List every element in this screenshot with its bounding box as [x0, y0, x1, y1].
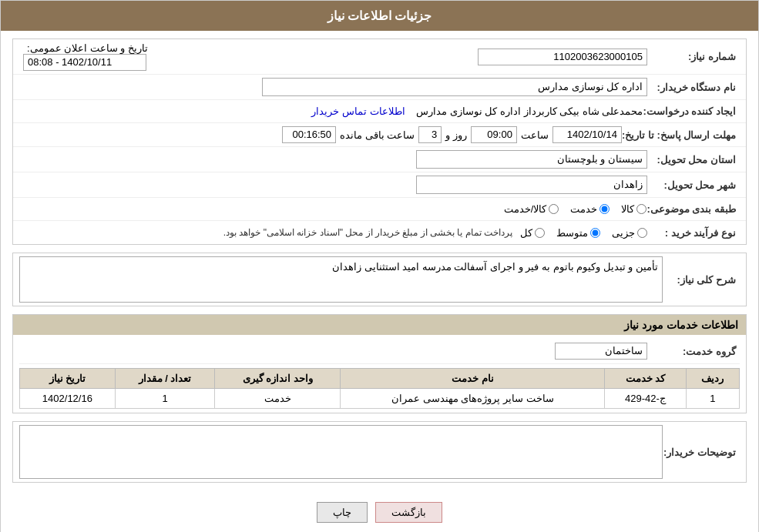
col-name: نام خدمت [341, 369, 605, 389]
nam-dastgah-label: نام دستگاه خریدار: [647, 82, 740, 93]
mohlat-row: مهلت ارسال پاسخ: تا تاریخ: 1402/10/14 سا… [13, 123, 746, 147]
nam-dastgah-row: نام دستگاه خریدار: اداره کل نوسازی مدارس [13, 75, 746, 100]
sharh-label: شرح کلی نیاز: [663, 274, 740, 286]
navoe-note: پرداخت تمام یا بخشی از مبلغ خریدار از مح… [223, 227, 512, 238]
sharh-textarea[interactable]: تأمین و تبدیل وکیوم باتوم به فیر و اجرای… [19, 256, 663, 303]
tabaqe-kala-khadamat: کالا/خدمت [504, 203, 559, 215]
col-tedad: تعداد / مقدار [115, 369, 214, 389]
mohlat-mande: 00:16:50 [282, 126, 336, 143]
sharh-value-area: تأمین و تبدیل وکیوم باتوم به فیر و اجرای… [19, 256, 663, 303]
tabaqe-kala-khadamat-label: کالا/خدمت [504, 203, 547, 215]
tozihat-row: توضیحات خریدار: [13, 422, 746, 482]
tarikh-value: 1402/10/11 - 08:08 [23, 54, 146, 71]
page-header: جزئیات اطلاعات نیاز [1, 1, 758, 31]
table-header-row: ردیف کد خدمت نام خدمت واحد اندازه گیری ت… [20, 369, 740, 389]
cell-tarikh: 1402/12/16 [20, 389, 116, 409]
shomara-row: شماره نیاز: 1102003623000105 تاریخ و ساع… [13, 39, 746, 75]
tabaqe-khadamat-label: خدمت [570, 203, 597, 215]
shomara-input: 1102003623000105 [478, 49, 647, 65]
ostan-row: استان محل تحویل: سیستان و بلوچستان [13, 147, 746, 172]
col-radif: ردیف [686, 369, 739, 389]
navoe-kol-radio[interactable] [535, 228, 545, 238]
sharh-text: تأمین و تبدیل وکیوم باتوم به فیر و اجرای… [332, 261, 658, 273]
tozihat-textarea[interactable] [19, 425, 663, 479]
navoe-content: جزیی متوسط کل پرداخت تمام یا بخشی [19, 227, 647, 239]
ostan-value: سیستان و بلوچستان [19, 150, 647, 169]
mohlat-values: 1402/10/14 ساعت 09:00 روز و 3 ساعت باقی … [19, 126, 622, 143]
cell-vahed: خدمت [215, 389, 341, 409]
mohlat-roz: 3 [418, 126, 442, 143]
main-content: شماره نیاز: 1102003623000105 تاریخ و ساع… [1, 31, 758, 532]
navoe-label: نوع فرآیند خرید : [647, 227, 740, 239]
khadamat-section: اطلاعات خدمات مورد نیاز گروه خدمت: ساختم… [12, 314, 747, 413]
ijad-link[interactable]: اطلاعات تماس خریدار [311, 105, 405, 117]
tabaqe-kala-radio[interactable] [636, 204, 646, 214]
ijad-row: ایجاد کننده درخواست: محمدعلی شاه بیکی کا… [13, 100, 746, 123]
shahr-value: زاهدان [19, 176, 647, 194]
buttons-area: بازگشت چاپ [12, 490, 747, 532]
col-kod: کد خدمت [605, 369, 686, 389]
nam-dastgah-input: اداره کل نوسازی مدارس [262, 78, 647, 96]
cell-name: ساخت سایر پروژه‌های مهندسی عمران [341, 389, 605, 409]
ijad-value: محمدعلی شاه بیکی کاربرداز اداره کل نوساز… [19, 105, 643, 117]
tabaqe-khadamat-radio[interactable] [599, 204, 610, 214]
main-info-section: شماره نیاز: 1102003623000105 تاریخ و ساع… [12, 38, 747, 245]
garoh-value: ساختمان [19, 343, 647, 360]
garoh-row: گروه خدمت: ساختمان [19, 339, 740, 364]
garoh-label: گروه خدمت: [647, 346, 740, 357]
mohlat-label: مهلت ارسال پاسخ: تا تاریخ: [622, 129, 740, 141]
tabaqe-options: کالا خدمت کالا/خدمت [19, 203, 646, 215]
navoe-motavasset-radio[interactable] [590, 228, 600, 238]
sharh-row: شرح کلی نیاز: تأمین و تبدیل وکیوم باتوم … [13, 253, 746, 306]
mohlat-roz-label: روز و [445, 129, 467, 141]
tabaqe-row: طبقه بندی موضوعی: کالا خدمت [13, 198, 746, 221]
shomara-value: 1102003623000105 [173, 49, 647, 65]
cell-kod: ج-42-429 [605, 389, 686, 409]
back-button[interactable]: بازگشت [375, 502, 442, 523]
navoe-motavasset-label: متوسط [556, 227, 588, 239]
tarikh-label: تاریخ و ساعت اعلان عمومی: [27, 42, 148, 54]
col-tarikh: تاریخ نیاز [20, 369, 116, 389]
tabaqe-khadamat: خدمت [570, 203, 610, 215]
navoe-jozei-label: جزیی [612, 227, 635, 239]
table-row: 1 ج-42-429 ساخت سایر پروژه‌های مهندسی عم… [20, 389, 740, 409]
shahr-input: زاهدان [416, 176, 647, 194]
navoe-jozei-radio[interactable] [637, 228, 647, 238]
navoe-row: نوع فرآیند خرید : جزیی متوسط [13, 221, 746, 244]
navoe-jozei: جزیی [612, 227, 647, 239]
mohlat-saat: 09:00 [471, 126, 517, 143]
navoe-kol-label: کل [520, 227, 532, 239]
garoh-input: ساختمان [555, 343, 647, 360]
mohlat-mande-label: ساعت باقی مانده [340, 129, 415, 141]
nam-dastgah-value: اداره کل نوسازی مدارس [19, 78, 647, 96]
ostan-input: سیستان و بلوچستان [416, 150, 647, 169]
services-table: ردیف کد خدمت نام خدمت واحد اندازه گیری ت… [19, 368, 740, 409]
tabaqe-label: طبقه بندی موضوعی: [646, 203, 740, 215]
col-vahed: واحد اندازه گیری [215, 369, 341, 389]
tozihat-section: توضیحات خریدار: [12, 421, 747, 483]
shahr-row: شهر محل تحویل: زاهدان [13, 172, 746, 198]
shahr-label: شهر محل تحویل: [647, 179, 740, 191]
tabaqe-kala: کالا [621, 203, 646, 215]
ostan-label: استان محل تحویل: [647, 154, 740, 166]
khadamat-header: اطلاعات خدمات مورد نیاز [13, 315, 746, 335]
print-button[interactable]: چاپ [317, 502, 368, 523]
tozihat-value-area [19, 425, 663, 479]
navoe-motavasset: متوسط [556, 227, 600, 239]
cell-radif: 1 [686, 389, 739, 409]
sharh-section: شرح کلی نیاز: تأمین و تبدیل وکیوم باتوم … [12, 253, 747, 306]
shomara-label: شماره نیاز: [647, 51, 740, 62]
tozihat-label: توضیحات خریدار: [663, 447, 740, 458]
ijad-label: ایجاد کننده درخواست: [643, 105, 740, 117]
ijad-text: محمدعلی شاه بیکی کاربرداز اداره کل نوساز… [416, 105, 643, 117]
mohlat-saat-label: ساعت [521, 129, 549, 141]
page-title: جزئیات اطلاعات نیاز [327, 9, 432, 22]
page-wrapper: جزئیات اطلاعات نیاز شماره نیاز: 11020036… [0, 0, 759, 532]
khadamat-content: گروه خدمت: ساختمان ردیف کد خدمت نام خدمت… [13, 335, 746, 413]
tarikh-area: تاریخ و ساعت اعلان عمومی: 1402/10/11 - 0… [19, 42, 173, 71]
navoe-kol: کل [520, 227, 545, 239]
tabaqe-kala-label: کالا [621, 203, 634, 215]
mohlat-date: 1402/10/14 [552, 126, 622, 143]
tabaqe-kala-khadamat-radio[interactable] [549, 204, 559, 214]
cell-tedad: 1 [115, 389, 214, 409]
